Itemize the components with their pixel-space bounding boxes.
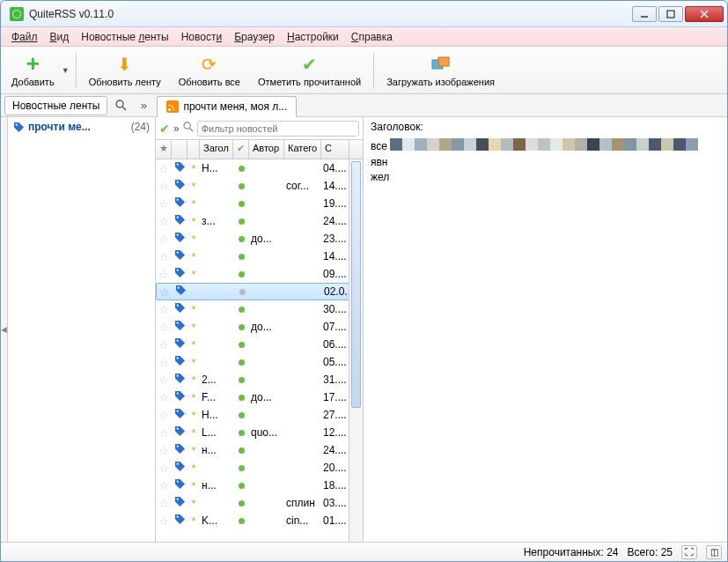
mark-read-button[interactable]: ✔ Отметить прочитанной <box>251 49 368 92</box>
menu-settings[interactable]: Настройки <box>282 29 344 45</box>
star-icon[interactable]: ☆ <box>156 356 172 369</box>
star-icon[interactable]: ☆ <box>156 409 172 422</box>
minimize-button[interactable] <box>632 6 657 22</box>
table-row[interactable]: ☆*до...07.... <box>156 318 363 336</box>
star-icon[interactable]: ☆ <box>156 338 172 351</box>
star-icon[interactable]: ☆ <box>156 497 172 510</box>
star-icon[interactable]: ☆ <box>156 321 172 334</box>
search-icon[interactable] <box>183 122 194 135</box>
table-row[interactable]: ☆*09.... <box>156 265 363 283</box>
menu-browser[interactable]: Браузер <box>229 29 280 45</box>
read-indicator[interactable] <box>233 409 249 421</box>
star-icon[interactable]: ☆ <box>156 444 172 457</box>
col-check-icon[interactable]: ✔ <box>233 140 249 159</box>
read-indicator[interactable] <box>233 479 249 492</box>
scrollbar[interactable] <box>349 159 363 542</box>
star-icon[interactable]: ☆ <box>156 462 172 475</box>
table-row[interactable]: ☆*K...cin...01.... <box>156 512 363 529</box>
col-dot[interactable] <box>188 140 200 159</box>
star-icon[interactable]: ☆ <box>156 233 172 246</box>
tab-feed[interactable]: прочти меня, моя л... <box>157 96 297 117</box>
menu-view[interactable]: Вид <box>45 29 75 45</box>
table-row[interactable]: ☆*н...24.... <box>156 441 363 459</box>
star-icon[interactable]: ☆ <box>156 391 172 404</box>
read-indicator[interactable] <box>233 303 249 315</box>
read-indicator[interactable] <box>233 197 249 210</box>
check-icon[interactable]: ✔ <box>159 122 170 136</box>
chevron-right-icon[interactable]: » <box>173 122 180 135</box>
table-row[interactable]: ☆*14.... <box>156 248 363 265</box>
read-indicator[interactable] <box>233 250 249 263</box>
layout-icon[interactable]: ◫ <box>706 545 722 559</box>
search-icon[interactable] <box>111 96 130 115</box>
read-indicator[interactable] <box>233 391 249 403</box>
table-row[interactable]: ☆*н...18.... <box>156 477 363 494</box>
chevron-right-icon[interactable]: » <box>134 96 153 115</box>
read-indicator[interactable] <box>233 338 249 351</box>
close-button[interactable] <box>685 6 724 22</box>
star-icon[interactable]: ☆ <box>156 303 172 316</box>
star-icon[interactable]: ☆ <box>157 285 173 299</box>
filter-input[interactable] <box>197 121 359 137</box>
table-row[interactable]: ☆*L...quo...12.... <box>156 424 363 441</box>
load-images-button[interactable]: Загружать изображения <box>379 49 502 92</box>
read-indicator[interactable] <box>233 321 249 333</box>
table-row[interactable]: ☆*30.... <box>156 300 363 318</box>
star-icon[interactable]: ☆ <box>156 215 172 228</box>
col-title[interactable]: Загол <box>200 140 233 159</box>
scrollbar-thumb[interactable] <box>351 161 361 408</box>
table-row[interactable]: ☆*Н...04.... <box>156 159 363 177</box>
read-indicator[interactable] <box>233 444 249 456</box>
star-icon[interactable]: ☆ <box>156 180 172 193</box>
add-button[interactable]: + Добавить <box>4 49 62 92</box>
expand-icon[interactable]: ⛶ <box>681 545 697 559</box>
table-row[interactable]: ☆*2...31.... <box>156 371 363 388</box>
table-row[interactable]: ☆*19.... <box>156 195 363 212</box>
read-indicator[interactable] <box>233 373 249 386</box>
star-icon[interactable]: ☆ <box>156 250 172 263</box>
table-row[interactable]: ☆*до...23.... <box>156 230 363 248</box>
read-indicator[interactable] <box>233 180 249 192</box>
star-icon[interactable]: ☆ <box>156 162 172 175</box>
table-row[interactable]: ☆*F...до...17.... <box>156 388 363 406</box>
col-author[interactable]: Автор <box>249 140 284 159</box>
table-row[interactable]: ☆*сплин03.... <box>156 494 363 512</box>
feeds-panel-button[interactable]: Новостные ленты <box>4 96 107 115</box>
col-category[interactable]: Катего <box>284 140 321 159</box>
read-indicator[interactable] <box>233 162 249 174</box>
star-icon[interactable]: ☆ <box>156 197 172 211</box>
col-tag[interactable] <box>172 140 188 159</box>
table-row[interactable]: ☆*з...24.... <box>156 212 363 230</box>
star-icon[interactable]: ☆ <box>156 426 172 440</box>
table-row[interactable]: ☆02.0.. <box>156 283 363 300</box>
star-icon[interactable]: ☆ <box>156 514 172 528</box>
update-feed-button[interactable]: ⬇ Обновить ленту <box>82 49 168 92</box>
add-dropdown-icon[interactable]: ▼ <box>62 66 70 75</box>
star-icon[interactable]: ☆ <box>156 373 172 387</box>
read-indicator[interactable] <box>233 497 249 509</box>
table-row[interactable]: ☆*cor...14.... <box>156 177 363 195</box>
table-row[interactable]: ☆*06.... <box>156 336 363 353</box>
read-indicator[interactable] <box>233 514 249 527</box>
table-row[interactable]: ☆*Н...27.... <box>156 406 363 424</box>
read-indicator[interactable] <box>233 426 249 439</box>
menu-feeds[interactable]: Новостные ленты <box>76 29 173 45</box>
maximize-button[interactable] <box>658 6 683 22</box>
star-icon[interactable]: ☆ <box>156 479 172 492</box>
table-row[interactable]: ☆*20.... <box>156 459 363 477</box>
collapse-handle-left[interactable]: ◀ <box>1 117 8 542</box>
col-date[interactable]: С <box>321 140 349 159</box>
read-indicator[interactable] <box>233 356 249 368</box>
read-indicator[interactable] <box>233 268 249 280</box>
update-all-button[interactable]: ⟳ Обновить все <box>172 49 247 92</box>
read-indicator[interactable] <box>233 215 249 227</box>
read-indicator[interactable] <box>234 285 250 298</box>
feed-item[interactable]: прочти ме... (24) <box>8 117 155 137</box>
col-star-icon[interactable]: ★ <box>156 140 172 159</box>
read-indicator[interactable] <box>233 233 249 245</box>
menu-news[interactable]: Новости <box>176 29 227 45</box>
menu-help[interactable]: Справка <box>346 29 398 45</box>
table-row[interactable]: ☆*05.... <box>156 353 363 371</box>
read-indicator[interactable] <box>233 462 249 474</box>
star-icon[interactable]: ☆ <box>156 268 172 281</box>
